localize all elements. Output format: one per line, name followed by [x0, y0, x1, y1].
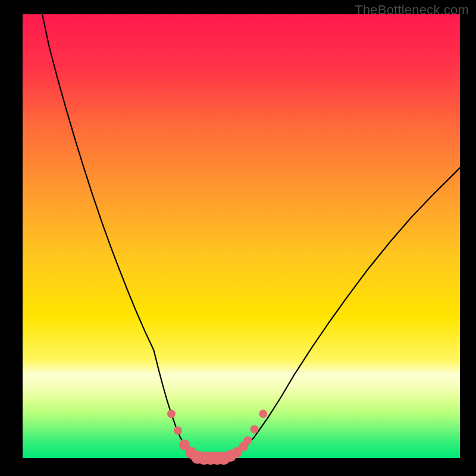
watermark-text: TheBottleneck.com: [355, 2, 469, 18]
chart-container: TheBottleneck.com: [0, 0, 476, 476]
curve-marker: [244, 436, 252, 444]
curve-marker: [259, 409, 267, 418]
curve-marker: [250, 425, 259, 434]
curve-plot: [0, 0, 476, 476]
curve-marker: [174, 427, 182, 435]
curve-marker: [167, 409, 176, 418]
